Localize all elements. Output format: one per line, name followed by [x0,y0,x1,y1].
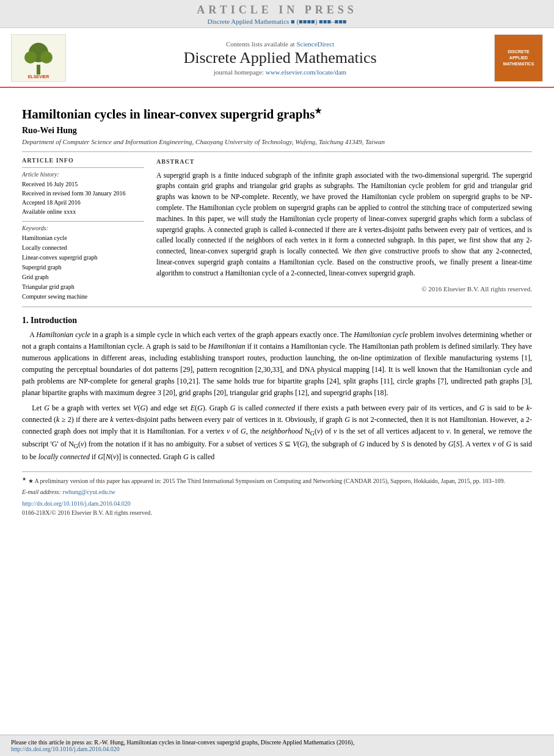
revised-date: Received in revised form 30 January 2016 [22,189,144,198]
article-info-label: ARTICLE INFO [22,157,144,164]
received-date: Received 16 July 2015 [22,180,144,189]
journal-homepage-link[interactable]: www.elsevier.com/locate/dam [266,68,346,76]
footnote-email: E-mail address: rwhung@cyut.edu.tw [22,487,532,496]
doi-link[interactable]: http://dx.doi.org/10.1016/j.dam.2016.04.… [22,500,131,507]
keyword-1: Hamiltonian cycle [22,233,144,243]
citation-text: Please cite this article in press as: R.… [11,739,354,746]
journal-homepage: journal homepage: www.elsevier.com/locat… [73,68,487,76]
journal-name: Discrete Applied Mathematics [73,49,487,67]
keyword-5: Grid graph [22,272,144,282]
keyword-6: Triangular grid graph [22,282,144,292]
keyword-7: Computer sewing machine [22,292,144,302]
citation-bar: Please cite this article in press as: R.… [0,735,554,756]
svg-rect-1 [37,65,40,75]
main-content: Hamiltonian cycles in linear-convex supe… [0,88,554,526]
footnote-star: ★ ★ A preliminary version of this paper … [22,476,532,485]
title-star: ★ [315,106,322,115]
intro-paragraph-2: Let G be a graph with vertex set V(G) an… [22,402,532,463]
abstract-label: ABSTRACT [156,157,532,167]
article-title: Hamiltonian cycles in linear-convex supe… [22,106,532,122]
intro-paragraph-1: A Hamiltonian cycle in a graph is a simp… [22,329,532,399]
section-heading-1: 1. Introduction [22,316,532,325]
copyright-line: © 2016 Elsevier B.V. All rights reserved… [156,284,532,294]
keywords-title: Keywords: [22,225,144,231]
introduction-section: 1. Introduction A Hamiltonian cycle in a… [22,316,532,463]
footnote-area: ★ ★ A preliminary version of this paper … [22,471,532,517]
article-in-press-banner: ARTICLE IN PRESS Discrete Applied Mathem… [0,0,554,28]
journal-header: ELSEVIER Contents lists available at Sci… [0,28,554,88]
aip-title: ARTICLE IN PRESS [0,4,554,16]
abstract-column: ABSTRACT A supergrid graph is a finite i… [156,157,532,302]
divider-1 [22,151,532,152]
history-title: Article history: [22,171,144,178]
article-info-column: ARTICLE INFO Article history: Received 1… [22,157,144,302]
contents-available-text: Contents lists available at ScienceDirec… [73,40,487,48]
citation-doi-link[interactable]: http://dx.doi.org/10.1016/j.dam.2016.04.… [11,746,120,752]
keywords-block: Keywords: Hamiltonian cycle Locally conn… [22,221,144,302]
keyword-2: Locally connected [22,243,144,253]
svg-point-3 [24,51,37,64]
footnote-issn: 0166-218X/© 2016 Elsevier B.V. All right… [22,508,532,517]
article-info-abstract: ARTICLE INFO Article history: Received 1… [22,157,532,302]
keyword-4: Supergrid graph [22,263,144,272]
accepted-date: Accepted 18 April 2016 [22,198,144,207]
abstract-text: A supergrid graph is a finite induced su… [156,170,532,279]
svg-point-4 [40,51,53,64]
divider-2 [22,307,532,307]
article-author: Ruo-Wei Hung [22,126,532,136]
elsevier-logo-left: ELSEVIER [11,34,66,82]
aip-journal-ref: Discrete Applied Mathematics ■ (■■■■) ■■… [0,18,554,25]
available-online: Available online xxxx [22,207,144,216]
svg-text:ELSEVIER: ELSEVIER [28,75,49,79]
email-link[interactable]: rwhung@cyut.edu.tw [62,489,115,495]
sciencedirect-link[interactable]: ScienceDirect [296,40,334,48]
article-affiliation: Department of Computer Science and Infor… [22,138,532,145]
journal-center: Contents lists available at ScienceDirec… [73,40,487,76]
article-history-block: Article history: Received 16 July 2015 R… [22,167,144,216]
page: ARTICLE IN PRESS Discrete Applied Mathem… [0,0,554,756]
keyword-3: Linear-convex supergrid graph [22,253,144,263]
journal-logo-right: DISCRETEAPPLIEDMATHEMATICS [494,34,543,82]
article-title-section: Hamiltonian cycles in linear-convex supe… [22,106,532,145]
footnote-doi: http://dx.doi.org/10.1016/j.dam.2016.04.… [22,499,532,508]
